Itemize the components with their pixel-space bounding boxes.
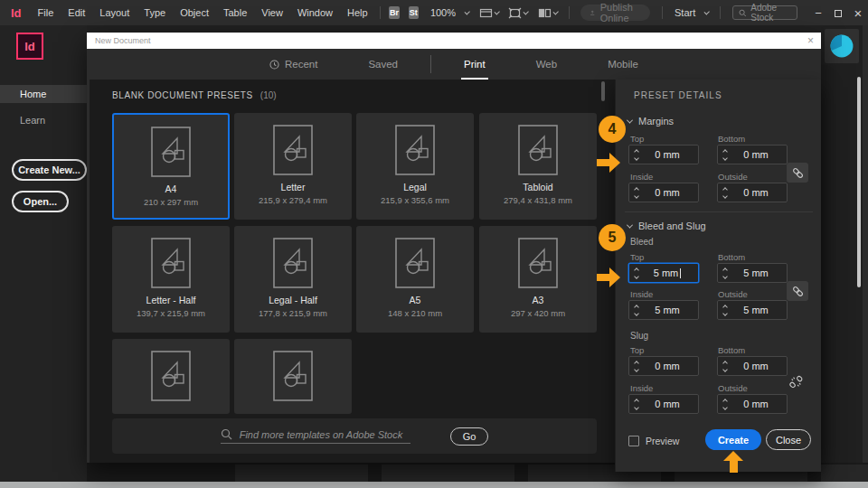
menu-file[interactable]: File [31, 7, 61, 18]
tab-mobile[interactable]: Mobile [608, 49, 638, 80]
chevron-down-icon[interactable] [524, 9, 529, 14]
margins-bottom-stepper[interactable]: 0 mm [717, 145, 788, 164]
presets-scrollbar[interactable] [601, 81, 605, 101]
preset-card-legal-half[interactable]: Legal - Half 177,8 x 215,9 mm [234, 226, 352, 333]
screen-mode-icon[interactable] [508, 7, 522, 19]
stepper-value[interactable]: 0 mm [732, 187, 787, 198]
margins-link-button[interactable] [787, 163, 808, 183]
maximize-button[interactable] [828, 6, 848, 20]
stepper-arrows-icon[interactable] [718, 399, 732, 409]
bleed-bottom-stepper[interactable]: 5 mm [717, 263, 788, 283]
stepper-value[interactable]: 5 mm [732, 267, 787, 278]
workspace-switcher[interactable]: Start [667, 7, 703, 18]
stepper-arrows-icon[interactable] [718, 188, 732, 198]
stepper-value[interactable]: 0 mm [644, 399, 698, 409]
tab-print[interactable]: Print [464, 49, 486, 80]
stepper-value[interactable]: 0 mm [644, 149, 698, 160]
menu-window[interactable]: Window [290, 7, 340, 18]
stepper-value[interactable]: 5 mm [644, 305, 698, 315]
zoom-level-select[interactable]: 100% [423, 7, 463, 18]
preset-card-a5[interactable]: A5 148 x 210 mm [356, 226, 474, 333]
stepper-arrows-icon[interactable] [718, 268, 732, 278]
slug-unlink-button[interactable] [789, 375, 803, 389]
stepper-arrows-icon[interactable] [718, 305, 732, 315]
stepper-arrows-icon[interactable] [629, 188, 644, 198]
workspace-scrollbar[interactable] [857, 77, 861, 287]
adobe-stock-search-input[interactable]: Adobe Stock [732, 5, 797, 20]
stepper-arrows-icon[interactable] [629, 268, 644, 278]
sidebar-item-learn[interactable]: Learn [0, 111, 87, 129]
stepper-value[interactable]: 5 mm [644, 267, 698, 278]
tab-web[interactable]: Web [536, 49, 557, 80]
slug-bottom-stepper[interactable]: 0 mm [717, 356, 788, 376]
bleed-link-button[interactable] [787, 281, 808, 301]
stepper-arrows-icon[interactable] [629, 361, 644, 371]
arrange-documents-icon[interactable] [538, 7, 552, 19]
margins-outside-stepper[interactable]: 0 mm [717, 183, 788, 202]
slug-inside-stepper[interactable]: 0 mm [628, 394, 699, 414]
go-button[interactable]: Go [450, 427, 489, 446]
menu-object[interactable]: Object [173, 7, 216, 18]
bleed-slug-section-header[interactable]: Bleed and Slug [627, 221, 706, 231]
view-options-icon[interactable] [479, 7, 493, 19]
dialog-close-icon[interactable]: × [807, 33, 814, 49]
sidebar-item-home[interactable]: Home [0, 85, 87, 103]
preset-card-partial[interactable] [234, 339, 352, 414]
stepper-value[interactable]: 0 mm [644, 187, 698, 198]
recent-file-tile [235, 465, 368, 482]
open-button[interactable]: Open... [12, 191, 69, 212]
preset-card-letter-half[interactable]: Letter - Half 139,7 x 215,9 mm [112, 226, 230, 333]
publish-online-button[interactable]: Publish Online [580, 5, 650, 21]
stepper-arrows-icon[interactable] [718, 150, 732, 160]
close-dialog-button[interactable]: Close [766, 429, 811, 450]
stepper-arrows-icon[interactable] [718, 361, 732, 371]
bleed-inside-stepper[interactable]: 5 mm [628, 300, 699, 320]
chevron-down-icon[interactable] [494, 9, 499, 14]
preview-checkbox[interactable] [628, 436, 639, 446]
stepper-value[interactable]: 0 mm [732, 399, 787, 409]
preset-card-a3[interactable]: A3 297 x 420 mm [479, 226, 597, 333]
stepper-value[interactable]: 5 mm [732, 305, 787, 315]
preset-card-a4[interactable]: A4 210 x 297 mm [112, 113, 230, 220]
stepper-value[interactable]: 0 mm [644, 361, 698, 371]
tab-saved[interactable]: Saved [368, 49, 398, 80]
preset-card-letter[interactable]: Letter 215,9 x 279,4 mm [234, 113, 352, 220]
stock-icon[interactable]: St [409, 6, 419, 19]
preset-card-partial[interactable] [112, 339, 230, 414]
margins-section-header[interactable]: Margins [627, 116, 674, 127]
chain-link-icon [791, 285, 805, 298]
menu-view[interactable]: View [254, 7, 290, 18]
menu-type[interactable]: Type [137, 7, 173, 18]
menu-edit[interactable]: Edit [61, 7, 92, 18]
stepper-value[interactable]: 0 mm [732, 149, 787, 160]
template-search-input[interactable]: Find more templates on Adobe Stock [221, 428, 410, 444]
menu-table[interactable]: Table [216, 7, 254, 18]
create-new-button[interactable]: Create New... [12, 159, 87, 181]
chevron-down-icon[interactable] [704, 9, 710, 14]
minimize-button[interactable]: − [808, 6, 828, 20]
stepper-value[interactable]: 0 mm [732, 361, 787, 371]
close-button[interactable]: × [848, 5, 868, 21]
margins-title: Margins [638, 116, 674, 127]
create-button[interactable]: Create [705, 429, 761, 450]
slug-top-stepper[interactable]: 0 mm [628, 356, 699, 376]
creative-cloud-avatar[interactable] [825, 29, 859, 63]
preset-card-legal[interactable]: Legal 215,9 x 355,6 mm [356, 113, 474, 220]
chevron-down-icon[interactable] [553, 9, 559, 14]
preset-name: A5 [410, 295, 421, 305]
stepper-arrows-icon[interactable] [629, 150, 644, 160]
bridge-icon[interactable]: Br [389, 6, 399, 19]
stepper-arrows-icon[interactable] [629, 399, 644, 409]
slug-outside-stepper[interactable]: 0 mm [717, 394, 788, 414]
tab-recent[interactable]: Recent [269, 49, 317, 80]
chevron-down-icon[interactable] [465, 9, 470, 14]
margins-inside-stepper[interactable]: 0 mm [628, 183, 699, 202]
bleed-top-stepper[interactable]: 5 mm [628, 263, 699, 283]
menu-help[interactable]: Help [340, 7, 375, 18]
preset-card-tabloid[interactable]: Tabloid 279,4 x 431,8 mm [479, 113, 597, 220]
tab-label: Print [464, 59, 486, 70]
bleed-outside-stepper[interactable]: 5 mm [717, 300, 788, 320]
stepper-arrows-icon[interactable] [629, 305, 644, 315]
menu-layout[interactable]: Layout [92, 7, 137, 18]
margins-top-stepper[interactable]: 0 mm [628, 145, 699, 164]
